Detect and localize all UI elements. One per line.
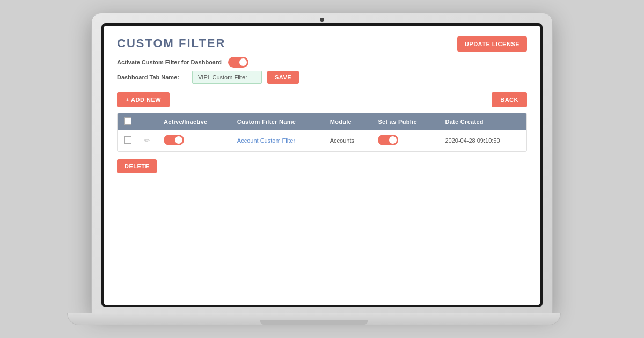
add-new-button[interactable]: + ADD NEW [117, 92, 170, 107]
activate-toggle-track [228, 57, 248, 68]
row-public-cell [371, 130, 438, 151]
col-active: Active/Inactive [157, 113, 231, 130]
edit-icon[interactable]: ✏ [144, 137, 150, 144]
table-row: ✏ [118, 130, 526, 151]
row-public-thumb [389, 136, 397, 144]
row-filter-name-cell: Account Custom Filter [231, 130, 324, 151]
activate-row: Activate Custom Filter for Dashboard [117, 57, 527, 68]
tab-name-input[interactable] [192, 71, 262, 84]
save-button[interactable]: SAVE [267, 71, 299, 84]
filters-table: Active/Inactive Custom Filter Name Modul… [118, 113, 526, 151]
col-public: Set as Public [371, 113, 438, 130]
row-edit-cell: ✏ [138, 130, 157, 151]
header-checkbox[interactable] [124, 117, 131, 125]
tab-name-label: Dashboard Tab Name: [117, 74, 187, 80]
actions-row: + ADD NEW BACK [117, 92, 527, 107]
tab-name-row: Dashboard Tab Name: SAVE [117, 71, 527, 84]
col-module: Module [324, 113, 372, 130]
col-checkbox [118, 113, 138, 130]
col-edit [138, 113, 157, 130]
update-license-button[interactable]: UPDATE LICENSE [457, 36, 527, 52]
laptop-base [67, 313, 561, 325]
table-header-row: Active/Inactive Custom Filter Name Modul… [118, 113, 526, 130]
back-button[interactable]: BACK [492, 92, 527, 107]
activate-label: Activate Custom Filter for Dashboard [117, 59, 222, 65]
row-checkbox[interactable] [124, 136, 131, 144]
row-checkbox-cell [118, 130, 138, 151]
col-filter-name: Custom Filter Name [231, 113, 324, 130]
row-active-track [164, 135, 184, 145]
row-date-cell: 2020-04-28 09:10:50 [438, 130, 526, 151]
activate-toggle[interactable] [228, 57, 248, 68]
col-date: Date Created [438, 113, 526, 130]
camera [320, 18, 324, 22]
page-title: CUSTOM FILTER [117, 36, 225, 50]
row-active-cell [157, 130, 231, 151]
filters-table-container: Active/Inactive Custom Filter Name Modul… [117, 113, 527, 152]
row-module-cell: Accounts [324, 130, 372, 151]
delete-button[interactable]: DELETE [117, 159, 157, 173]
row-active-toggle[interactable] [164, 135, 184, 145]
row-public-track [378, 135, 398, 145]
row-public-toggle[interactable] [378, 135, 398, 145]
header-row: CUSTOM FILTER UPDATE LICENSE [117, 36, 527, 52]
filter-name-link[interactable]: Account Custom Filter [237, 137, 295, 144]
row-active-thumb [175, 136, 182, 144]
activate-toggle-thumb [239, 58, 247, 66]
